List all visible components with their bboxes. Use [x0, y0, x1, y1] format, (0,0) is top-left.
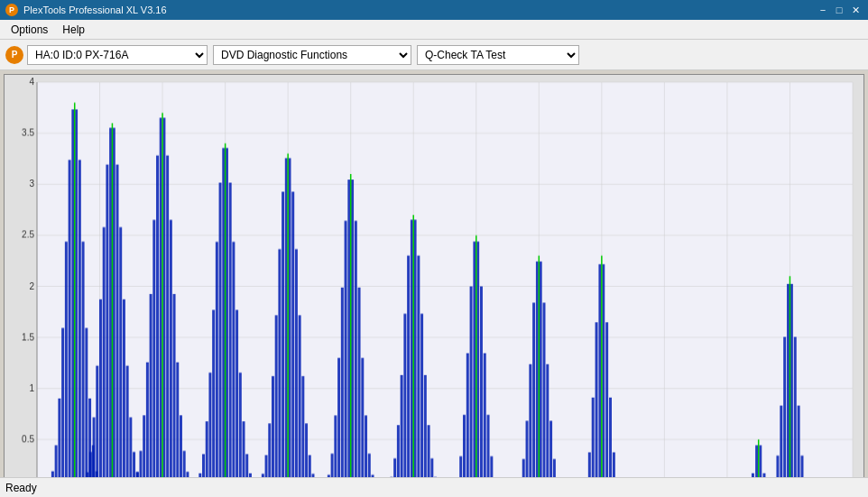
menu-bar: Options Help — [0, 20, 868, 40]
device-icon: P — [5, 46, 23, 64]
maximize-button[interactable]: □ — [832, 3, 846, 17]
function-select[interactable]: DVD Diagnostic Functions — [213, 45, 411, 65]
app-icon: P — [5, 4, 18, 16]
menu-options[interactable]: Options — [4, 22, 55, 38]
minimize-button[interactable]: − — [816, 3, 830, 17]
window-title: PlexTools Professional XL V3.16 — [23, 5, 167, 15]
drive-select[interactable]: HA:0 ID:0 PX-716A — [27, 45, 208, 65]
title-bar[interactable]: P PlexTools Professional XL V3.16 − □ ✕ — [0, 0, 868, 20]
close-button[interactable]: ✕ — [848, 3, 863, 17]
top-chart — [4, 74, 864, 477]
menu-help[interactable]: Help — [55, 22, 92, 38]
status-bar: Ready — [0, 477, 868, 497]
toolbar: P HA:0 ID:0 PX-716A DVD Diagnostic Funct… — [0, 40, 868, 70]
test-select[interactable]: Q-Check TA Test — [417, 45, 579, 65]
status-text: Ready — [5, 482, 37, 494]
